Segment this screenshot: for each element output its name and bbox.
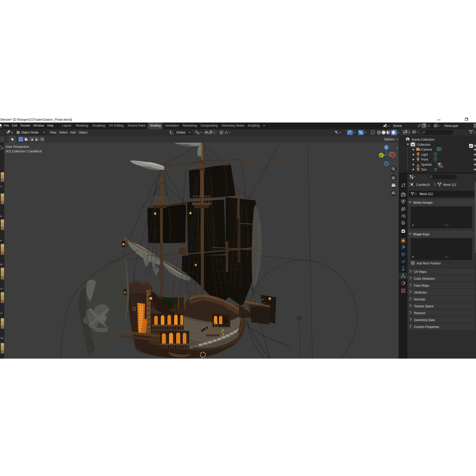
svg-text:Scene: Scene bbox=[393, 124, 402, 128]
svg-text:Object Mode: Object Mode bbox=[21, 131, 39, 134]
svg-text:Shape Keys: Shape Keys bbox=[413, 233, 430, 236]
svg-text:123: 123 bbox=[439, 165, 443, 168]
svg-text:Spartan: Spartan bbox=[421, 163, 432, 166]
svg-text:Scene Collection: Scene Collection bbox=[411, 138, 434, 141]
svg-text:Global: Global bbox=[176, 131, 185, 134]
svg-text:Texture Space: Texture Space bbox=[414, 304, 434, 308]
svg-text:m: m bbox=[0, 239, 2, 242]
svg-text:Sun: Sun bbox=[421, 168, 426, 171]
svg-text:Ar: Ar bbox=[0, 312, 3, 314]
svg-text:Light: Light bbox=[421, 153, 428, 156]
svg-text:Face Maps: Face Maps bbox=[414, 284, 429, 287]
svg-text:Geometry Data: Geometry Data bbox=[414, 318, 435, 322]
svg-text:(42) Collection | Candile16: (42) Collection | Candile16 bbox=[6, 150, 42, 153]
svg-text:Point: Point bbox=[421, 158, 428, 161]
svg-text:Normals: Normals bbox=[414, 298, 425, 301]
svg-text:Add: Add bbox=[70, 131, 76, 134]
svg-text:Custom Properties: Custom Properties bbox=[414, 325, 439, 329]
svg-text:Ap: Ap bbox=[0, 337, 3, 339]
svg-text:Mesh.112: Mesh.112 bbox=[420, 192, 433, 196]
svg-text:Collection: Collection bbox=[417, 143, 431, 147]
svg-text:4.: 4. bbox=[0, 185, 2, 188]
svg-text:ViewLayer: ViewLayer bbox=[444, 124, 458, 128]
svg-text:IN: IN bbox=[0, 263, 2, 266]
svg-text:Vertex Groups: Vertex Groups bbox=[413, 201, 433, 204]
svg-text:Camera: Camera bbox=[421, 148, 432, 151]
svg-text:Candile16: Candile16 bbox=[416, 183, 430, 187]
svg-text:Iv: Iv bbox=[0, 215, 2, 217]
svg-text:Remesh: Remesh bbox=[414, 311, 425, 315]
svg-text:Object: Object bbox=[79, 131, 88, 134]
svg-text:Mesh.112: Mesh.112 bbox=[443, 183, 456, 187]
svg-text:Select: Select bbox=[59, 131, 68, 134]
svg-text:Color Attributes: Color Attributes bbox=[414, 277, 435, 280]
svg-text:Options: Options bbox=[384, 138, 395, 141]
svg-text:Y: Y bbox=[380, 154, 382, 157]
svg-text:UV Maps: UV Maps bbox=[414, 270, 426, 274]
svg-text:<: < bbox=[396, 147, 398, 150]
svg-text:Attributes: Attributes bbox=[414, 291, 427, 294]
svg-text:View: View bbox=[50, 131, 56, 134]
svg-text:Add Rest Position: Add Rest Position bbox=[417, 262, 441, 265]
svg-text:User Perspective: User Perspective bbox=[6, 145, 29, 149]
svg-text:Z: Z bbox=[385, 146, 387, 149]
svg-text:Ar: Ar bbox=[0, 287, 3, 290]
